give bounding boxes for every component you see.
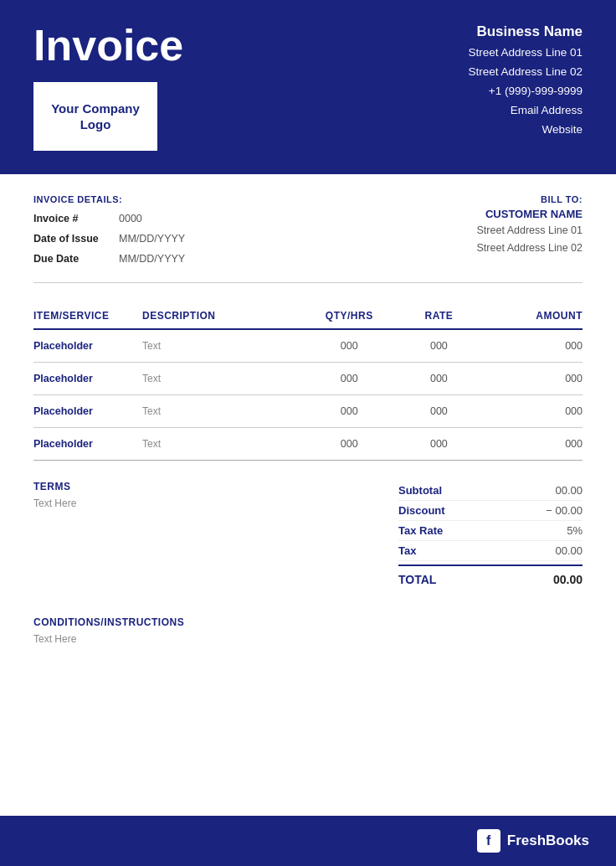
item-qty-1: 000 bbox=[293, 363, 405, 395]
bill-address-line1: Street Address Line 01 bbox=[477, 222, 583, 240]
item-amount-1: 000 bbox=[472, 363, 583, 395]
conditions-title: CONDITIONS/INSTRUCTIONS bbox=[33, 616, 583, 628]
terms-title: TERMS bbox=[33, 481, 76, 492]
total-label: TOTAL bbox=[398, 573, 436, 586]
due-date-row: Due Date MM/DD/YYYY bbox=[33, 250, 185, 270]
freshbooks-logo: f FreshBooks bbox=[477, 829, 589, 853]
item-rate-2: 000 bbox=[405, 395, 472, 428]
page-wrapper: Invoice Your Company Logo Business Name … bbox=[0, 0, 616, 866]
bill-to-section: BILL TO: CUSTOMER NAME Street Address Li… bbox=[477, 194, 583, 258]
subtotal-value: 00.00 bbox=[555, 484, 583, 497]
item-desc-0: Text bbox=[142, 329, 293, 363]
bill-to-label: BILL TO: bbox=[477, 194, 583, 204]
total-row: TOTAL 00.00 bbox=[398, 564, 583, 590]
table-row: Placeholder Text 000 000 000 bbox=[33, 363, 583, 395]
freshbooks-name: FreshBooks bbox=[507, 832, 589, 849]
customer-name: CUSTOMER NAME bbox=[477, 208, 583, 220]
item-name-1: Placeholder bbox=[33, 363, 142, 395]
terms-text: Text Here bbox=[33, 497, 76, 509]
table-row: Placeholder Text 000 000 000 bbox=[33, 428, 583, 461]
col-item: ITEM/SERVICE bbox=[33, 303, 142, 329]
due-date-val: MM/DD/YYYY bbox=[119, 250, 185, 270]
due-date-key: Due Date bbox=[33, 250, 109, 270]
footer: f FreshBooks bbox=[0, 816, 616, 866]
table-row: Placeholder Text 000 000 000 bbox=[33, 395, 583, 428]
tax-value: 00.00 bbox=[555, 544, 583, 557]
header: Invoice Your Company Logo Business Name … bbox=[0, 0, 616, 174]
item-name-2: Placeholder bbox=[33, 395, 142, 428]
item-name-0: Placeholder bbox=[33, 329, 142, 363]
freshbooks-icon: f bbox=[477, 829, 501, 853]
invoice-number-key: Invoice # bbox=[33, 209, 109, 229]
header-left: Invoice Your Company Logo bbox=[33, 23, 183, 151]
taxrate-value: 5% bbox=[567, 524, 583, 537]
email: Email Address bbox=[468, 101, 583, 121]
subtotal-label: Subtotal bbox=[398, 484, 442, 497]
discount-row: Discount − 00.00 bbox=[398, 501, 583, 521]
col-rate: RATE bbox=[405, 303, 472, 329]
details-section: INVOICE DETAILS: Invoice # 0000 Date of … bbox=[0, 174, 616, 282]
invoice-details-left: INVOICE DETAILS: Invoice # 0000 Date of … bbox=[33, 194, 185, 269]
item-rate-0: 000 bbox=[405, 329, 472, 363]
col-desc: DESCRIPTION bbox=[142, 303, 293, 329]
tax-row: Tax 00.00 bbox=[398, 541, 583, 561]
item-amount-3: 000 bbox=[472, 428, 583, 461]
table-section: ITEM/SERVICE DESCRIPTION QTY/HRS RATE AM… bbox=[0, 283, 616, 461]
bottom-section: TERMS Text Here Subtotal 00.00 Discount … bbox=[0, 461, 616, 603]
website: Website bbox=[468, 121, 583, 140]
bill-address-line2: Street Address Line 02 bbox=[477, 240, 583, 257]
taxrate-row: Tax Rate 5% bbox=[398, 521, 583, 541]
header-right: Business Name Street Address Line 01 Str… bbox=[468, 23, 583, 140]
content-area: INVOICE DETAILS: Invoice # 0000 Date of … bbox=[0, 174, 616, 816]
item-desc-1: Text bbox=[142, 363, 293, 395]
item-qty-2: 000 bbox=[293, 395, 405, 428]
tax-label: Tax bbox=[398, 544, 416, 557]
address-line2: Street Address Line 02 bbox=[468, 63, 583, 82]
taxrate-label: Tax Rate bbox=[398, 524, 443, 537]
invoice-table: ITEM/SERVICE DESCRIPTION QTY/HRS RATE AM… bbox=[33, 303, 583, 461]
item-rate-3: 000 bbox=[405, 428, 472, 461]
address-line1: Street Address Line 01 bbox=[468, 44, 583, 63]
date-issue-key: Date of Issue bbox=[33, 229, 109, 250]
conditions-section: CONDITIONS/INSTRUCTIONS Text Here bbox=[0, 603, 616, 665]
company-logo: Your Company Logo bbox=[33, 82, 157, 151]
table-row: Placeholder Text 000 000 000 bbox=[33, 329, 583, 363]
item-qty-3: 000 bbox=[293, 428, 405, 461]
col-qty: QTY/HRS bbox=[293, 303, 405, 329]
terms-section: TERMS Text Here bbox=[33, 481, 76, 509]
item-rate-1: 000 bbox=[405, 363, 472, 395]
invoice-number-val: 0000 bbox=[119, 209, 142, 229]
col-amount: AMOUNT bbox=[472, 303, 583, 329]
item-amount-2: 000 bbox=[472, 395, 583, 428]
invoice-details-label: INVOICE DETAILS: bbox=[33, 194, 185, 204]
totals-section: Subtotal 00.00 Discount − 00.00 Tax Rate… bbox=[398, 481, 583, 590]
phone: +1 (999)-999-9999 bbox=[468, 82, 583, 101]
invoice-number-row: Invoice # 0000 bbox=[33, 209, 185, 229]
business-name: Business Name bbox=[468, 23, 583, 40]
total-value: 00.00 bbox=[553, 573, 583, 586]
freshbooks-letter: f bbox=[486, 833, 490, 848]
discount-label: Discount bbox=[398, 504, 445, 517]
subtotal-row: Subtotal 00.00 bbox=[398, 481, 583, 501]
date-issue-row: Date of Issue MM/DD/YYYY bbox=[33, 229, 185, 250]
conditions-text: Text Here bbox=[33, 633, 583, 645]
item-desc-3: Text bbox=[142, 428, 293, 461]
item-desc-2: Text bbox=[142, 395, 293, 428]
discount-value: − 00.00 bbox=[546, 504, 583, 517]
date-issue-val: MM/DD/YYYY bbox=[119, 229, 185, 250]
item-amount-0: 000 bbox=[472, 329, 583, 363]
item-name-3: Placeholder bbox=[33, 428, 142, 461]
item-qty-0: 000 bbox=[293, 329, 405, 363]
invoice-title: Invoice bbox=[33, 23, 183, 67]
